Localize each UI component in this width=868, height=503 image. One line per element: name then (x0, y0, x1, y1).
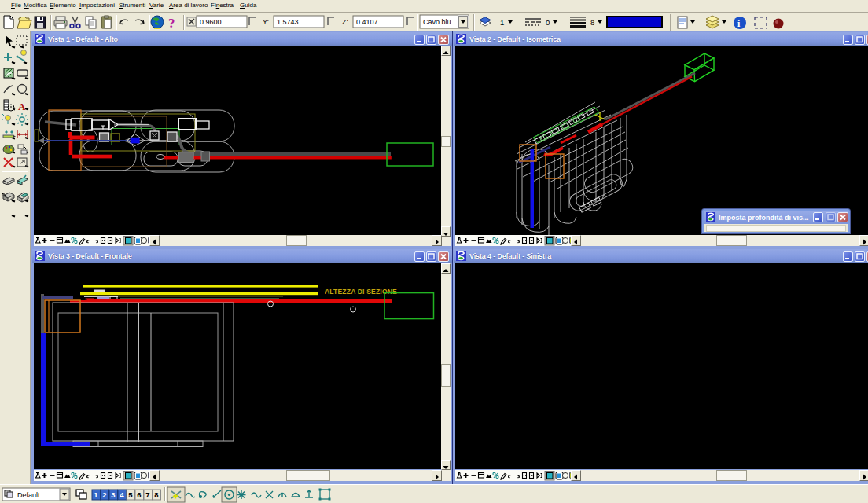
svg-text:?: ? (168, 16, 175, 31)
svg-text:8: 8 (154, 490, 158, 499)
svg-text:0: 0 (546, 18, 550, 27)
svg-text:7: 7 (145, 490, 149, 499)
svg-text:Default: Default (17, 491, 40, 499)
svg-text:1: 1 (500, 18, 504, 27)
svg-text:4: 4 (120, 490, 124, 499)
svg-text:Z:: Z: (342, 18, 348, 26)
svg-text:Cavo blu: Cavo blu (423, 18, 451, 26)
svg-text:A: A (18, 101, 26, 112)
svg-text:3: 3 (111, 490, 115, 499)
svg-text:ALTEZZA DI SEZIONE: ALTEZZA DI SEZIONE (325, 288, 397, 296)
svg-text:1.5743: 1.5743 (277, 18, 299, 26)
svg-text:8: 8 (590, 18, 594, 27)
svg-text:0.4107: 0.4107 (356, 18, 378, 26)
svg-text:1: 1 (94, 490, 98, 499)
svg-text:0.9600: 0.9600 (200, 18, 222, 26)
svg-text:5: 5 (128, 490, 133, 499)
svg-text:6: 6 (137, 490, 141, 499)
svg-text:Y:: Y: (263, 18, 269, 26)
svg-text:2: 2 (102, 490, 106, 499)
